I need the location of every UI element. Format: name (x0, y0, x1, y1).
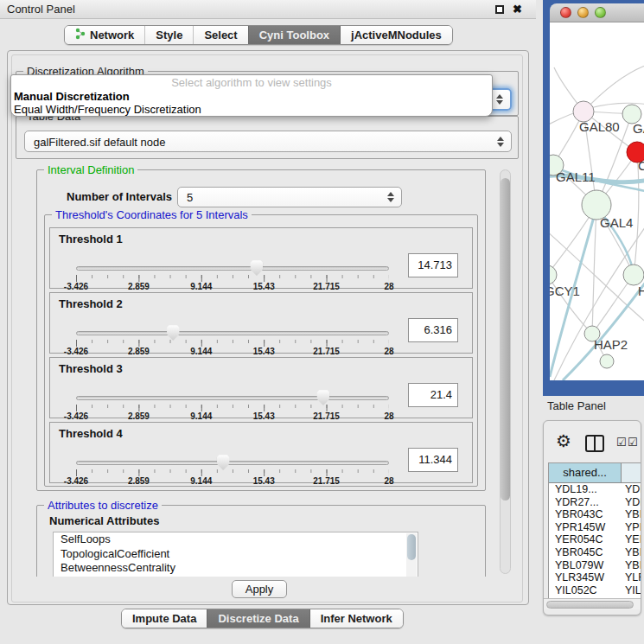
cell-name[interactable]: YDL1 (622, 483, 641, 496)
table-row[interactable]: YBR043CYBR0 (549, 508, 641, 521)
cell-name[interactable]: YPR1 (622, 521, 641, 534)
attribute-item[interactable]: BetweennessCentrality (54, 561, 418, 576)
slider-track[interactable] (76, 396, 389, 400)
tick-label: 9.144 (190, 411, 212, 421)
threshold-slider[interactable]: -3.4262.8599.14415.4321.71528 (76, 328, 389, 354)
slider-track[interactable] (76, 266, 389, 271)
cell-name[interactable]: YLR3 (622, 571, 641, 584)
close-icon[interactable]: ✖ (513, 3, 522, 16)
gear-icon[interactable]: ⚙ (556, 432, 571, 450)
tick-label: -3.426 (64, 476, 88, 486)
cell-shared-name[interactable]: YPR145W (549, 521, 622, 534)
apply-button[interactable]: Apply (232, 580, 287, 598)
threshold-slider[interactable]: -3.4262.8599.14415.4321.71528 (76, 392, 389, 418)
scrollbar-thumb[interactable] (546, 601, 634, 609)
tick-label: 28 (384, 476, 393, 486)
panel-scrollbar[interactable] (500, 169, 511, 574)
table-data-combobox[interactable]: galFiltered.sif default node (24, 131, 512, 152)
split-pane-icon[interactable] (585, 435, 604, 452)
slider-ticks (76, 469, 389, 476)
table-row[interactable]: YER054CYER0 (549, 533, 641, 546)
threshold-value-input[interactable]: 14.713 (408, 253, 458, 277)
table-row[interactable]: YPR145WYPR1 (549, 521, 641, 534)
cell-name[interactable]: YBR0 (622, 546, 641, 559)
threshold-slider[interactable]: -3.4262.8599.14415.4321.71528 (76, 457, 389, 483)
tick-label: 2.859 (128, 347, 150, 356)
table-row[interactable]: YDL19...YDL1 (549, 483, 641, 496)
cell-shared-name[interactable]: YBL079W (549, 559, 622, 572)
checkbox-icon[interactable]: ☑ (628, 436, 638, 449)
cell-shared-name[interactable]: YBR043C (549, 508, 622, 521)
window-minimize-icon[interactable] (577, 7, 589, 18)
threshold-label: Threshold 2 (59, 297, 123, 310)
tab-select[interactable]: Select (193, 26, 247, 44)
cell-shared-name[interactable]: YLR345W (549, 571, 622, 584)
dropdown-option-manual[interactable]: Manual Discretization (11, 90, 492, 103)
network-node[interactable] (550, 265, 557, 284)
cell-name[interactable]: YDR2 (622, 496, 641, 509)
tab-style[interactable]: Style (144, 26, 193, 44)
window-zoom-icon[interactable] (595, 7, 606, 18)
scrollbar-thumb[interactable] (501, 178, 510, 501)
cell-name[interactable]: YBL0 (622, 559, 641, 572)
table-row[interactable]: YBL079WYBL0 (549, 559, 641, 572)
combo-stepper-icon (497, 137, 504, 147)
tab-network[interactable]: Network (65, 26, 144, 44)
tab-infer-network[interactable]: Infer Network (309, 609, 403, 628)
slider-track[interactable] (76, 461, 389, 465)
cell-name[interactable]: YER0 (622, 533, 641, 546)
cell-name[interactable]: YIL0 (622, 584, 641, 597)
slider-thumb[interactable] (167, 325, 180, 341)
network-canvas[interactable]: GAL80GACGAL11GAL4GCY1HHAP2 (550, 22, 644, 380)
column-header-shared-name[interactable]: shared... (549, 463, 622, 482)
table-row[interactable]: YIL052CYIL0 (549, 584, 641, 597)
table-row[interactable]: YBR045CYBR0 (549, 546, 641, 559)
checkbox-icon[interactable]: ☑ (616, 436, 627, 449)
number-of-intervals-combobox[interactable]: 5 (177, 187, 402, 207)
tab-impute-data[interactable]: Impute Data (122, 609, 207, 628)
slider-thumb[interactable] (250, 260, 263, 276)
cell-shared-name[interactable]: YER054C (549, 533, 622, 546)
combo-stepper-icon (387, 192, 394, 202)
tab-discretize-data[interactable]: Discretize Data (207, 609, 309, 628)
network-node[interactable] (600, 354, 614, 368)
cell-shared-name[interactable]: YDL19... (549, 483, 622, 496)
network-node-label: GCY1 (550, 284, 580, 298)
attributes-list-items: SelfLoopsTopologicalCoefficientBetweenne… (54, 532, 418, 576)
attributes-scrollbar[interactable] (406, 533, 417, 577)
tab-jactivemnodules[interactable]: jActiveMNodules (340, 26, 452, 44)
attribute-item[interactable]: TopologicalCoefficient (54, 547, 418, 562)
threshold-label: Threshold 3 (59, 362, 123, 375)
threshold-value-input[interactable]: 6.316 (408, 318, 458, 342)
cell-name[interactable]: YBR0 (622, 508, 641, 521)
numerical-attributes-label: Numerical Attributes (49, 514, 159, 527)
dropdown-option-equal-width[interactable]: Equal Width/Frequency Discretization (11, 103, 492, 116)
table-horizontal-scrollbar[interactable] (544, 598, 641, 609)
network-node-label: GA (633, 121, 644, 136)
table-row[interactable]: YLR345WYLR3 (549, 571, 641, 584)
tab-label: Impute Data (132, 612, 196, 625)
attribute-item[interactable]: SelfLoops (54, 532, 418, 547)
scrollbar-thumb[interactable] (407, 534, 416, 560)
float-panel-icon[interactable] (495, 5, 504, 14)
threshold-value-input[interactable]: 21.4 (408, 383, 458, 407)
window-close-icon[interactable] (560, 7, 571, 18)
tick-label: 28 (384, 411, 393, 421)
screen: Control Panel ✖ Network Style Select Cyn… (0, 0, 644, 644)
table-row[interactable]: YDR27...YDR2 (549, 496, 641, 509)
tab-cyni-toolbox[interactable]: Cyni Toolbox (248, 26, 340, 44)
column-header-name[interactable]: na (622, 463, 641, 482)
attributes-list[interactable]: SelfLoopsTopologicalCoefficientBetweenne… (53, 532, 418, 577)
network-node-label: C (638, 158, 644, 173)
cell-shared-name[interactable]: YDR27... (549, 496, 622, 509)
slider-thumb[interactable] (316, 390, 329, 405)
slider-thumb[interactable] (217, 455, 230, 470)
network-window-titlebar[interactable] (550, 3, 644, 22)
cell-shared-name[interactable]: YIL052C (549, 584, 622, 597)
threshold-value-input[interactable]: 11.344 (408, 448, 458, 472)
threshold-slider[interactable]: -3.4262.8599.14415.4321.71528 (76, 263, 389, 289)
cell-shared-name[interactable]: YBR045C (549, 546, 622, 559)
slider-track[interactable] (76, 331, 389, 335)
slider-ticks (76, 405, 389, 411)
network-node[interactable] (623, 265, 644, 285)
